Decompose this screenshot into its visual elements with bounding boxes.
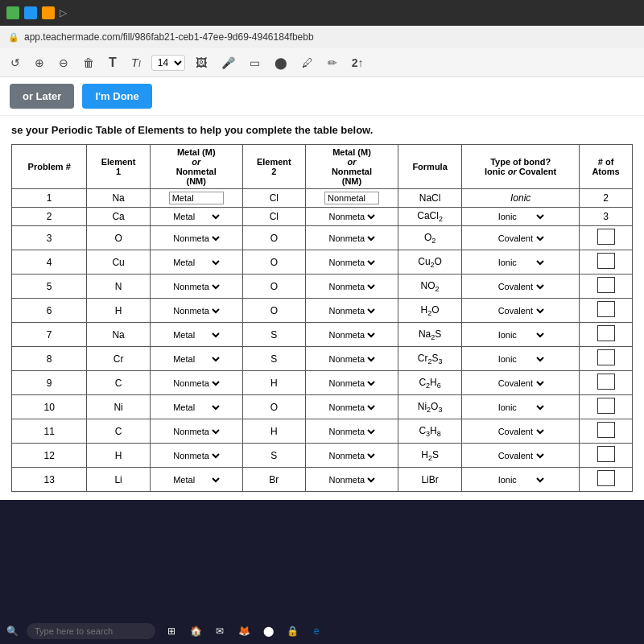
taskbar-chrome-icon[interactable]: ⬤: [260, 623, 276, 639]
number-button[interactable]: 2↑: [348, 55, 368, 71]
nm2-select[interactable]: MetalNonmeta: [325, 233, 378, 244]
mic-button[interactable]: 🎤: [217, 55, 239, 71]
cell-atoms[interactable]: [580, 371, 633, 395]
cell-nm2[interactable]: MetalNonmeta: [306, 347, 398, 371]
taskbar-mail-icon[interactable]: ✉: [212, 623, 228, 639]
nm1-select[interactable]: MetalNonmeta: [170, 329, 222, 341]
cell-nm1[interactable]: MetalNonmeta: [150, 250, 242, 275]
font-size-select[interactable]: 14121618: [151, 55, 185, 71]
nm1-select[interactable]: MetalNonmeta: [170, 474, 222, 485]
cell-nm1[interactable]: MetalNonmeta: [150, 347, 242, 371]
cell-atoms[interactable]: [580, 226, 633, 250]
cell-nm1[interactable]: MetalNonmeta: [150, 299, 242, 323]
nm2-select[interactable]: MetalNonmeta: [325, 474, 378, 485]
cell-nm2[interactable]: MetalNonmeta: [306, 323, 398, 347]
circle-button[interactable]: ⬤: [270, 55, 291, 71]
cell-nm1[interactable]: MetalNonmeta: [150, 468, 242, 492]
nm2-select[interactable]: MetalNonmeta: [325, 378, 378, 389]
cell-atoms[interactable]: [580, 419, 633, 444]
cell-nm2[interactable]: MetalNonmeta: [306, 371, 398, 395]
cell-nm2[interactable]: MetalNonmeta: [306, 444, 398, 468]
nm1-select[interactable]: MetalNonmeta: [170, 211, 222, 222]
cell-bond[interactable]: IonicCovalent: [462, 444, 580, 468]
cell-nm2[interactable]: MetalNonmeta: [306, 226, 398, 250]
bond-select[interactable]: IonicCovalent: [495, 233, 547, 244]
cell-bond[interactable]: IonicCovalent: [462, 299, 580, 323]
nm2-select[interactable]: MetalNonmeta: [325, 211, 378, 222]
bond-select[interactable]: IonicCovalent: [495, 281, 547, 292]
cell-bond[interactable]: IonicCovalent: [462, 395, 580, 419]
nm2-select[interactable]: MetalNonmeta: [325, 426, 378, 437]
cell-bond[interactable]: IonicCovalent: [462, 468, 580, 492]
text-Ti-button[interactable]: TI: [127, 54, 145, 71]
cell-atoms[interactable]: [580, 444, 633, 468]
cell-atoms[interactable]: [580, 347, 633, 371]
nm1-select[interactable]: MetalNonmeta: [170, 353, 222, 365]
pencil-button[interactable]: ✏: [324, 55, 341, 71]
cell-atoms[interactable]: [580, 395, 633, 419]
cell-nm1[interactable]: MetalNonmeta: [150, 395, 242, 419]
taskbar-edge-icon[interactable]: e: [308, 623, 324, 639]
taskbar-lock-icon[interactable]: 🔒: [284, 623, 300, 639]
text-T-button[interactable]: T: [105, 54, 121, 72]
nm2-select[interactable]: MetalNonmeta: [325, 305, 378, 316]
bond-select[interactable]: IonicCovalent: [495, 329, 547, 341]
atoms-box[interactable]: [597, 470, 615, 486]
cell-nm2[interactable]: MetalNonmeta: [306, 468, 398, 492]
cell-bond[interactable]: IonicCovalent: [462, 250, 580, 275]
taskbar-home-icon[interactable]: 🏠: [188, 623, 204, 639]
cell-nm2[interactable]: MetalNonmeta: [306, 395, 398, 419]
nm2-select[interactable]: MetalNonmeta: [325, 329, 378, 341]
cell-atoms[interactable]: [580, 275, 633, 299]
nm2-input[interactable]: [324, 192, 379, 204]
atoms-box[interactable]: [597, 398, 615, 414]
pen-button[interactable]: 🖊: [298, 55, 317, 71]
cell-bond[interactable]: IonicCovalent: [462, 226, 580, 250]
bond-select[interactable]: IonicCovalent: [495, 378, 547, 389]
atoms-box[interactable]: [597, 325, 615, 341]
nm2-select[interactable]: MetalNonmeta: [325, 257, 378, 268]
done-button[interactable]: I'm Done: [82, 84, 151, 109]
cell-atoms[interactable]: 2: [580, 189, 633, 208]
cell-bond[interactable]: IonicCovalent: [462, 275, 580, 299]
nm2-select[interactable]: MetalNonmeta: [325, 353, 378, 365]
nm1-input[interactable]: [169, 192, 224, 204]
undo-button[interactable]: ↺: [6, 55, 24, 71]
nm1-select[interactable]: MetalNonmeta: [170, 305, 222, 316]
bond-select[interactable]: IonicCovalent: [495, 257, 547, 268]
taskbar-search-input[interactable]: [27, 623, 155, 639]
atoms-box[interactable]: [597, 349, 615, 365]
cell-nm1[interactable]: MetalNonmeta: [150, 371, 242, 395]
nm1-select[interactable]: MetalNonmeta: [170, 402, 222, 413]
bond-select[interactable]: IonicCovalent: [495, 474, 547, 485]
bond-select[interactable]: IonicCovalent: [495, 353, 547, 365]
nm1-select[interactable]: MetalNonmeta: [170, 257, 222, 268]
cell-atoms[interactable]: [580, 250, 633, 275]
cell-nm1[interactable]: MetalNonmeta: [150, 444, 242, 468]
nm1-select[interactable]: MetalNonmeta: [170, 378, 222, 389]
nm1-select[interactable]: MetalNonmeta: [170, 426, 222, 437]
bond-select[interactable]: IonicCovalent: [495, 402, 547, 413]
cell-nm1[interactable]: MetalNonmeta: [150, 275, 242, 299]
nm1-select[interactable]: MetalNonmeta: [170, 450, 222, 461]
cell-atoms[interactable]: [580, 299, 633, 323]
bond-select[interactable]: IonicCovalent: [495, 426, 547, 437]
atoms-box[interactable]: [597, 422, 615, 438]
atoms-box[interactable]: [597, 229, 615, 245]
taskbar-grid-icon[interactable]: ⊞: [163, 623, 180, 639]
bond-select[interactable]: IonicCovalent: [495, 211, 547, 222]
zoom-in-button[interactable]: ⊕: [31, 55, 48, 71]
zoom-out-button[interactable]: ⊖: [55, 55, 72, 71]
nm1-select[interactable]: MetalNonmeta: [170, 281, 222, 292]
cell-bond[interactable]: IonicCovalent: [462, 323, 580, 347]
cell-atoms[interactable]: [580, 323, 633, 347]
nm2-select[interactable]: MetalNonmeta: [325, 281, 378, 292]
cell-nm1[interactable]: MetalNonmeta: [150, 419, 242, 444]
atoms-box[interactable]: [597, 446, 615, 462]
cell-nm2[interactable]: MetalNonmeta: [306, 208, 398, 226]
window-button[interactable]: ▭: [246, 55, 264, 71]
cell-atoms[interactable]: [580, 468, 633, 492]
cell-nm2[interactable]: MetalNonmeta: [306, 419, 398, 444]
cell-bond[interactable]: IonicCovalent: [462, 371, 580, 395]
bond-select[interactable]: IonicCovalent: [495, 305, 547, 316]
